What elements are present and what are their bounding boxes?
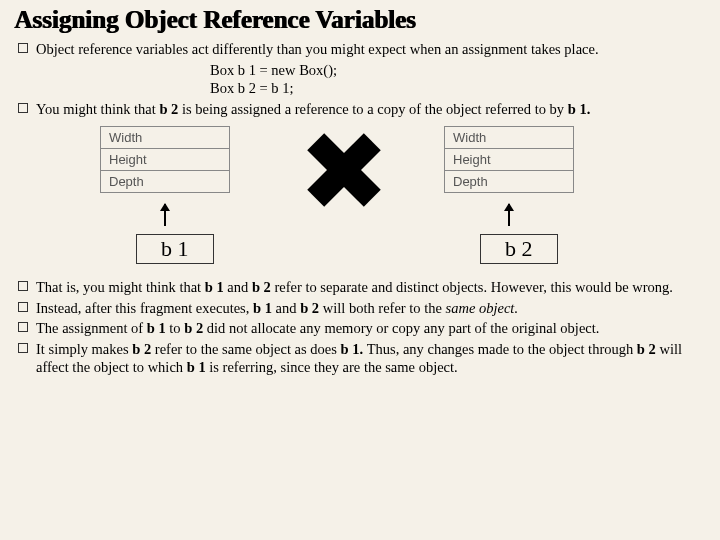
- text-bold: b 1.: [340, 341, 366, 357]
- object-table-left: Width Height Depth: [100, 126, 230, 193]
- bullet-list-bottom: That is, you might think that b 1 and b …: [14, 278, 706, 377]
- arrow-icon: [164, 204, 166, 226]
- text-bold: b 2: [184, 320, 203, 336]
- text-run: to: [166, 320, 185, 336]
- table-cell: Depth: [101, 171, 230, 193]
- text-run: and: [272, 300, 300, 316]
- table-cell: Depth: [445, 171, 574, 193]
- text-run: Thus, any changes made to the object thr…: [367, 341, 637, 357]
- text-run: refer to separate and distinct objects. …: [271, 279, 673, 295]
- text-run: The assignment of: [36, 320, 147, 336]
- text-run: original: [512, 320, 561, 336]
- cross-icon: [304, 130, 384, 210]
- code-line: Box b 1 = new Box();: [210, 61, 706, 80]
- table-cell: Width: [101, 127, 230, 149]
- text-bold: b 2: [159, 101, 178, 117]
- arrow-icon: [508, 204, 510, 226]
- label-b2: b 2: [480, 234, 558, 264]
- table-cell: Width: [445, 127, 574, 149]
- text-run: is referring, since they are the same ob…: [206, 359, 458, 375]
- object-table-right: Width Height Depth: [444, 126, 574, 193]
- text-bold: b 2: [132, 341, 151, 357]
- text-run: You might think that: [36, 101, 159, 117]
- text-bold: b 2: [637, 341, 656, 357]
- text-bold: b 2: [300, 300, 319, 316]
- text-bold: b 1: [253, 300, 272, 316]
- bullet-item: You might think that b 2 is being assign…: [14, 100, 706, 119]
- text-bold: b 1: [205, 279, 224, 295]
- label-b1: b 1: [136, 234, 214, 264]
- text-run: is being assigned a reference to a copy …: [178, 101, 567, 117]
- bullet-item: That is, you might think that b 1 and b …: [14, 278, 706, 297]
- bullet-item: Instead, after this fragment executes, b…: [14, 299, 706, 318]
- bullet-list-top: Object reference variables act different…: [14, 40, 706, 59]
- table-cell: Height: [445, 149, 574, 171]
- text-run: Instead, after this fragment executes,: [36, 300, 253, 316]
- slide-title: Assigning Object Reference Variables: [14, 6, 706, 34]
- text-bold: b 1: [187, 359, 206, 375]
- text-run: refer to the same object as does: [151, 341, 340, 357]
- text-run: That is, you might think that: [36, 279, 205, 295]
- bullet-item: It simply makes b 2 refer to the same ob…: [14, 340, 706, 377]
- text-run: did not allocate any memory or copy any …: [203, 320, 511, 336]
- code-block: Box b 1 = new Box(); Box b 2 = b 1;: [210, 61, 706, 98]
- text-italic: same object.: [446, 300, 518, 316]
- text-run: will both refer to the: [319, 300, 445, 316]
- text-bold: b 2: [252, 279, 271, 295]
- table-cell: Height: [101, 149, 230, 171]
- text-bold: b 1.: [568, 101, 591, 117]
- bullet-item: The assignment of b 1 to b 2 did not all…: [14, 319, 706, 338]
- slide: Assigning Object Reference Variables Obj…: [0, 0, 720, 540]
- text-bold: b 1: [147, 320, 166, 336]
- bullet-item: Object reference variables act different…: [14, 40, 706, 59]
- text-run: and: [224, 279, 252, 295]
- bullet-list-mid: You might think that b 2 is being assign…: [14, 100, 706, 119]
- text-run: It simply makes: [36, 341, 132, 357]
- text-run: object.: [560, 320, 599, 336]
- code-line: Box b 2 = b 1;: [210, 79, 706, 98]
- diagram: Width Height Depth Width Height Depth b …: [14, 124, 706, 274]
